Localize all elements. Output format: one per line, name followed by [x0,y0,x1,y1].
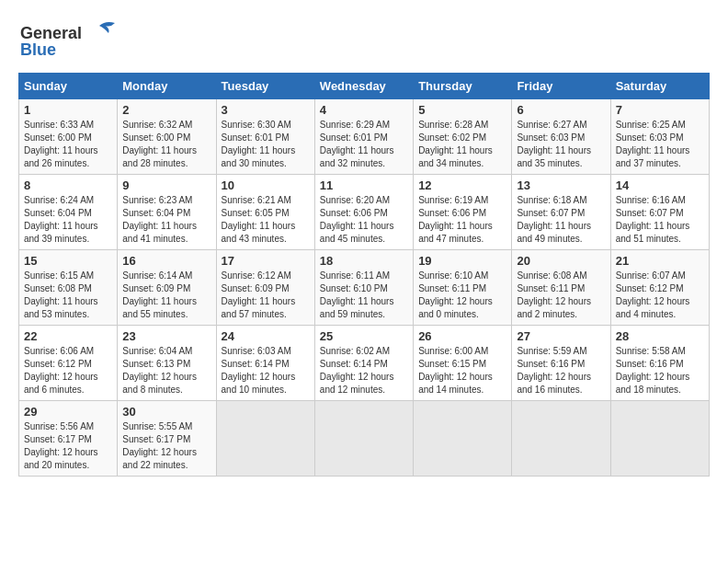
day-detail: Sunrise: 5:58 AM Sunset: 6:16 PM Dayligh… [616,345,704,396]
day-number: 11 [320,178,408,192]
calendar-cell: 4Sunrise: 6:29 AM Sunset: 6:01 PM Daylig… [314,99,413,175]
day-detail: Sunrise: 6:29 AM Sunset: 6:01 PM Dayligh… [320,119,408,170]
calendar-cell: 22Sunrise: 6:06 AM Sunset: 6:12 PM Dayli… [19,326,118,401]
calendar-cell [512,401,610,477]
day-detail: Sunrise: 6:07 AM Sunset: 6:12 PM Dayligh… [616,270,704,321]
day-number: 17 [222,254,310,268]
day-number: 2 [122,103,210,117]
calendar-cell: 27Sunrise: 5:59 AM Sunset: 6:16 PM Dayli… [512,326,610,401]
day-detail: Sunrise: 6:25 AM Sunset: 6:03 PM Dayligh… [616,119,704,170]
calendar-cell: 29Sunrise: 5:56 AM Sunset: 6:17 PM Dayli… [19,401,118,477]
day-detail: Sunrise: 6:04 AM Sunset: 6:13 PM Dayligh… [122,345,210,396]
day-number: 7 [616,103,704,117]
svg-text:General: General [20,24,82,42]
calendar-cell: 16Sunrise: 6:14 AM Sunset: 6:09 PM Dayli… [118,250,216,326]
calendar-cell [216,401,314,477]
calendar-cell: 15Sunrise: 6:15 AM Sunset: 6:08 PM Dayli… [19,250,118,326]
day-number: 8 [24,178,112,192]
calendar-cell: 2Sunrise: 6:32 AM Sunset: 6:00 PM Daylig… [118,99,216,175]
header-tuesday: Tuesday [216,74,314,99]
svg-text:Blue: Blue [20,40,56,59]
calendar-cell: 17Sunrise: 6:12 AM Sunset: 6:09 PM Dayli… [216,250,314,326]
day-detail: Sunrise: 6:19 AM Sunset: 6:06 PM Dayligh… [418,194,506,246]
day-detail: Sunrise: 5:59 AM Sunset: 6:16 PM Dayligh… [517,345,605,396]
logo: General Blue [18,18,119,63]
day-detail: Sunrise: 5:56 AM Sunset: 6:17 PM Dayligh… [24,420,112,472]
calendar-cell: 30Sunrise: 5:55 AM Sunset: 6:17 PM Dayli… [118,401,216,477]
day-number: 21 [616,254,704,268]
day-detail: Sunrise: 6:15 AM Sunset: 6:08 PM Dayligh… [24,270,112,321]
day-detail: Sunrise: 6:03 AM Sunset: 6:14 PM Dayligh… [222,345,310,396]
calendar-cell: 13Sunrise: 6:18 AM Sunset: 6:07 PM Dayli… [512,175,610,250]
day-number: 4 [320,103,408,117]
calendar-week-row: 1Sunrise: 6:33 AM Sunset: 6:00 PM Daylig… [19,99,710,175]
header-friday: Friday [512,74,610,99]
calendar-cell: 9Sunrise: 6:23 AM Sunset: 6:04 PM Daylig… [118,175,216,250]
day-number: 16 [122,254,210,268]
calendar-table: SundayMondayTuesdayWednesdayThursdayFrid… [18,73,710,477]
day-number: 5 [418,103,506,117]
day-number: 25 [320,329,408,343]
logo-text: General Blue [18,18,119,63]
day-detail: Sunrise: 6:21 AM Sunset: 6:05 PM Dayligh… [222,194,310,246]
day-number: 30 [122,405,210,419]
day-detail: Sunrise: 6:00 AM Sunset: 6:15 PM Dayligh… [418,345,506,396]
header-monday: Monday [118,74,216,99]
calendar-cell: 3Sunrise: 6:30 AM Sunset: 6:01 PM Daylig… [216,99,314,175]
calendar-cell: 23Sunrise: 6:04 AM Sunset: 6:13 PM Dayli… [118,326,216,401]
header-sunday: Sunday [19,74,118,99]
calendar-cell: 5Sunrise: 6:28 AM Sunset: 6:02 PM Daylig… [414,99,512,175]
day-detail: Sunrise: 6:16 AM Sunset: 6:07 PM Dayligh… [616,194,704,246]
header-thursday: Thursday [414,74,512,99]
day-number: 27 [517,329,605,343]
day-detail: Sunrise: 6:02 AM Sunset: 6:14 PM Dayligh… [320,345,408,396]
day-detail: Sunrise: 6:11 AM Sunset: 6:10 PM Dayligh… [320,270,408,321]
calendar-cell: 28Sunrise: 5:58 AM Sunset: 6:16 PM Dayli… [610,326,709,401]
day-number: 19 [418,254,506,268]
calendar-cell: 26Sunrise: 6:00 AM Sunset: 6:15 PM Dayli… [414,326,512,401]
calendar-cell [610,401,709,477]
calendar-cell: 12Sunrise: 6:19 AM Sunset: 6:06 PM Dayli… [414,175,512,250]
calendar-cell: 19Sunrise: 6:10 AM Sunset: 6:11 PM Dayli… [414,250,512,326]
day-number: 13 [517,178,605,192]
calendar-cell: 11Sunrise: 6:20 AM Sunset: 6:06 PM Dayli… [314,175,413,250]
day-number: 29 [24,405,112,419]
day-number: 1 [24,103,112,117]
header-saturday: Saturday [610,74,709,99]
day-detail: Sunrise: 6:10 AM Sunset: 6:11 PM Dayligh… [418,270,506,321]
day-number: 22 [24,329,112,343]
calendar-cell: 10Sunrise: 6:21 AM Sunset: 6:05 PM Dayli… [216,175,314,250]
day-detail: Sunrise: 6:06 AM Sunset: 6:12 PM Dayligh… [24,345,112,396]
calendar-cell: 1Sunrise: 6:33 AM Sunset: 6:00 PM Daylig… [19,99,118,175]
day-detail: Sunrise: 6:32 AM Sunset: 6:00 PM Dayligh… [122,119,210,170]
day-detail: Sunrise: 6:12 AM Sunset: 6:09 PM Dayligh… [222,270,310,321]
day-detail: Sunrise: 6:18 AM Sunset: 6:07 PM Dayligh… [517,194,605,246]
day-detail: Sunrise: 6:08 AM Sunset: 6:11 PM Dayligh… [517,270,605,321]
page-header: General Blue [18,18,710,63]
day-number: 3 [222,103,310,117]
day-number: 12 [418,178,506,192]
calendar-cell [314,401,413,477]
day-detail: Sunrise: 6:28 AM Sunset: 6:02 PM Dayligh… [418,119,506,170]
day-number: 20 [517,254,605,268]
header-wednesday: Wednesday [314,74,413,99]
day-number: 6 [517,103,605,117]
day-number: 28 [616,329,704,343]
day-detail: Sunrise: 6:33 AM Sunset: 6:00 PM Dayligh… [24,119,112,170]
day-number: 23 [122,329,210,343]
day-number: 14 [616,178,704,192]
calendar-cell: 6Sunrise: 6:27 AM Sunset: 6:03 PM Daylig… [512,99,610,175]
calendar-week-row: 22Sunrise: 6:06 AM Sunset: 6:12 PM Dayli… [19,326,710,401]
calendar-cell: 7Sunrise: 6:25 AM Sunset: 6:03 PM Daylig… [610,99,709,175]
calendar-week-row: 29Sunrise: 5:56 AM Sunset: 6:17 PM Dayli… [19,401,710,477]
day-number: 24 [222,329,310,343]
calendar-week-row: 8Sunrise: 6:24 AM Sunset: 6:04 PM Daylig… [19,175,710,250]
day-detail: Sunrise: 6:20 AM Sunset: 6:06 PM Dayligh… [320,194,408,246]
calendar-cell: 20Sunrise: 6:08 AM Sunset: 6:11 PM Dayli… [512,250,610,326]
day-detail: Sunrise: 6:30 AM Sunset: 6:01 PM Dayligh… [222,119,310,170]
calendar-cell: 18Sunrise: 6:11 AM Sunset: 6:10 PM Dayli… [314,250,413,326]
day-number: 15 [24,254,112,268]
day-detail: Sunrise: 6:23 AM Sunset: 6:04 PM Dayligh… [122,194,210,246]
calendar-cell [414,401,512,477]
day-number: 26 [418,329,506,343]
